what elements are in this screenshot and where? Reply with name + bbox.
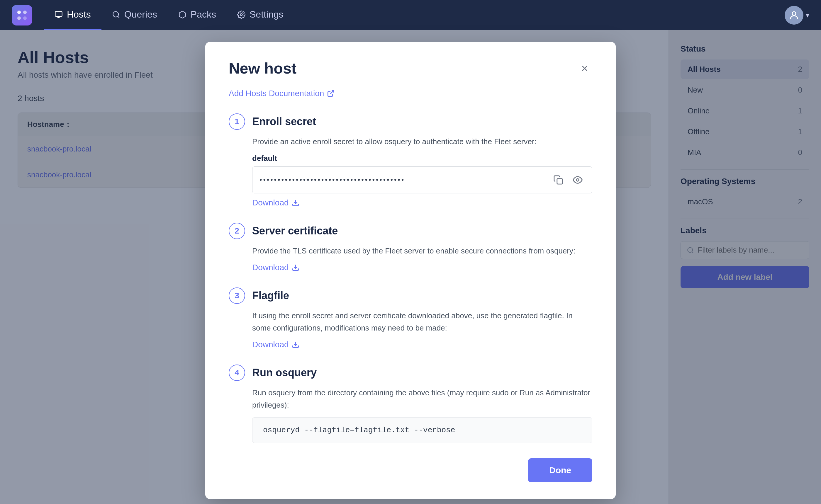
user-avatar[interactable] bbox=[785, 6, 803, 25]
nav-hosts[interactable]: Hosts bbox=[44, 0, 101, 30]
app-logo[interactable] bbox=[12, 5, 32, 25]
step-4: 4 Run osquery Run osquery from the direc… bbox=[229, 365, 592, 443]
svg-line-13 bbox=[330, 91, 334, 94]
nav-hosts-label: Hosts bbox=[67, 9, 91, 20]
svg-point-3 bbox=[23, 16, 27, 20]
modal-close-button[interactable]: × bbox=[577, 61, 592, 76]
svg-point-15 bbox=[577, 178, 579, 181]
nav-settings-label: Settings bbox=[249, 9, 283, 20]
nav-packs[interactable]: Packs bbox=[168, 0, 227, 30]
step-3-number: 3 bbox=[229, 287, 245, 304]
svg-point-7 bbox=[113, 11, 118, 17]
new-host-modal: New host × Add Hosts Documentation 1 Enr… bbox=[205, 42, 616, 499]
modal-title: New host bbox=[229, 59, 296, 77]
step-2-header: 2 Server certificate bbox=[229, 223, 592, 239]
step-1-title: Enroll secret bbox=[252, 115, 316, 128]
step-2-title: Server certificate bbox=[252, 225, 338, 237]
step-1-desc: Provide an active enroll secret to allow… bbox=[252, 136, 592, 148]
step-3-download-link[interactable]: Download bbox=[252, 340, 592, 349]
svg-point-2 bbox=[17, 16, 21, 20]
secret-field: •••••••••••••••••••••••••••••••••••••••• bbox=[252, 166, 592, 193]
done-button[interactable]: Done bbox=[528, 458, 592, 482]
osquery-command: osqueryd --flagfile=flagfile.txt --verbo… bbox=[252, 417, 592, 443]
modal-header: New host × bbox=[229, 59, 592, 77]
step-1-number: 1 bbox=[229, 113, 245, 130]
modal-footer: Done bbox=[229, 458, 592, 482]
step-3-desc: If using the enroll secret and server ce… bbox=[252, 310, 592, 334]
nav-settings[interactable]: Settings bbox=[227, 0, 294, 30]
nav-packs-label: Packs bbox=[191, 9, 216, 20]
step-2: 2 Server certificate Provide the TLS cer… bbox=[229, 223, 592, 273]
step-2-download-link[interactable]: Download bbox=[252, 263, 592, 272]
docs-link[interactable]: Add Hosts Documentation bbox=[229, 89, 592, 98]
step-1-sublabel: default bbox=[252, 154, 592, 163]
step-1-download-label: Download bbox=[252, 198, 289, 207]
toggle-secret-button[interactable] bbox=[570, 173, 585, 187]
nav-queries-label: Queries bbox=[124, 9, 157, 20]
step-3-download-label: Download bbox=[252, 340, 289, 349]
step-3: 3 Flagfile If using the enroll secret an… bbox=[229, 287, 592, 349]
topnav: Hosts Queries Packs Settings ▾ bbox=[0, 0, 821, 30]
svg-point-10 bbox=[792, 12, 796, 15]
svg-point-9 bbox=[240, 13, 242, 16]
svg-point-1 bbox=[23, 11, 27, 14]
secret-dots: •••••••••••••••••••••••••••••••••••••••• bbox=[259, 176, 546, 184]
user-menu-chevron[interactable]: ▾ bbox=[806, 11, 809, 19]
step-3-title: Flagfile bbox=[252, 290, 289, 302]
nav-queries[interactable]: Queries bbox=[101, 0, 168, 30]
step-2-desc: Provide the TLS certificate used by the … bbox=[252, 245, 592, 257]
step-4-desc: Run osquery from the directory containin… bbox=[252, 387, 592, 411]
step-4-header: 4 Run osquery bbox=[229, 365, 592, 381]
step-2-number: 2 bbox=[229, 223, 245, 239]
svg-rect-14 bbox=[557, 178, 562, 184]
step-1: 1 Enroll secret Provide an active enroll… bbox=[229, 113, 592, 207]
step-1-download-link[interactable]: Download bbox=[252, 198, 592, 207]
step-2-download-label: Download bbox=[252, 263, 289, 272]
external-link-icon bbox=[327, 90, 334, 97]
svg-point-0 bbox=[17, 11, 21, 14]
step-4-number: 4 bbox=[229, 365, 245, 381]
step-4-title: Run osquery bbox=[252, 367, 317, 379]
svg-line-8 bbox=[118, 16, 119, 18]
step-3-header: 3 Flagfile bbox=[229, 287, 592, 304]
docs-link-text: Add Hosts Documentation bbox=[229, 89, 324, 98]
svg-rect-4 bbox=[55, 11, 62, 16]
step-1-header: 1 Enroll secret bbox=[229, 113, 592, 130]
modal-overlay[interactable]: New host × Add Hosts Documentation 1 Enr… bbox=[0, 30, 821, 504]
copy-secret-button[interactable] bbox=[551, 173, 566, 187]
